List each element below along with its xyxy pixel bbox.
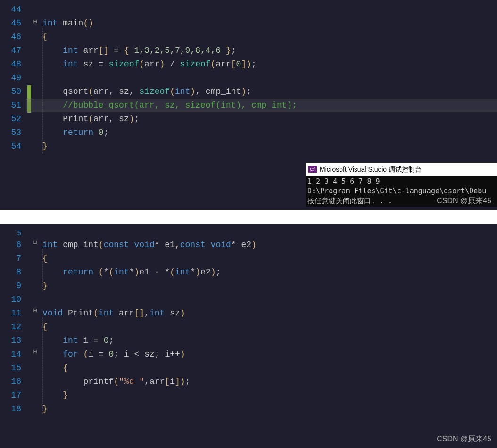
line-number: 11 — [0, 307, 21, 320]
code-line: return (*(int*)e1 - *(int*)e2); — [42, 265, 497, 279]
line-number: 8 — [0, 265, 21, 279]
code-line: qsort(arr, sz, sizeof(int), cmp_int); — [42, 85, 497, 99]
code-line: int i = 0; — [42, 334, 497, 348]
code-line: for (i = 0; i < sz; i++) — [42, 348, 497, 361]
line-number: 49 — [0, 71, 21, 85]
line-number: 18 — [0, 402, 21, 416]
code-line: void Print(int arr[],int sz) — [42, 307, 497, 320]
line-number: 44 — [0, 3, 21, 17]
fold-minus-icon[interactable]: ⊟ — [32, 17, 38, 27]
line-number: 5 — [0, 227, 21, 238]
line-number: 7 — [0, 252, 21, 265]
vs-console-icon: C:\ — [308, 166, 317, 173]
code-line: //bubble_qsort(arr, sz, sizeof(int), cmp… — [42, 99, 497, 112]
line-number: 16 — [0, 375, 21, 389]
code-area-2[interactable]: ⊟ ⊟ ⊟ int cmp_int(const void* e1,const v… — [26, 224, 497, 448]
console-titlebar[interactable]: C:\ Microsoft Visual Studio 调试控制台 — [306, 163, 497, 176]
code-line: printf("%d ",arr[i]); — [42, 375, 497, 389]
code-line: } — [42, 140, 497, 153]
console-line: 1 2 3 4 5 6 7 8 9 — [307, 177, 495, 186]
line-number: 9 — [0, 279, 21, 293]
code-line: { — [42, 320, 497, 334]
code-line: { — [42, 361, 497, 375]
gutter-1: 44 45 46 47 48 49 50 51 52 53 54 — [0, 0, 26, 210]
code-editor-block-2: 5 6 7 8 9 10 11 12 13 14 15 16 17 18 ⊟ ⊟… — [0, 224, 497, 448]
gutter-2: 5 6 7 8 9 10 11 12 13 14 15 16 17 18 — [0, 224, 26, 448]
line-number: 14 — [0, 348, 21, 361]
line-number: 51 — [0, 99, 21, 112]
code-line: } — [42, 279, 497, 293]
code-line: { — [42, 252, 497, 265]
line-number: 12 — [0, 320, 21, 334]
code-line — [42, 71, 497, 85]
line-number: 47 — [0, 44, 21, 58]
code-line — [42, 3, 497, 17]
line-number: 15 — [0, 361, 21, 375]
code-line: int arr[] = { 1,3,2,5,7,9,8,4,6 }; — [42, 44, 497, 58]
watermark-text: CSDN @原来45 — [437, 433, 491, 445]
code-line: int cmp_int(const void* e1,const void* e… — [42, 238, 497, 252]
code-line — [42, 227, 497, 238]
line-number: 46 — [0, 30, 21, 44]
fold-minus-icon[interactable]: ⊟ — [32, 347, 38, 357]
code-line: { — [42, 30, 497, 44]
code-line: int main() — [42, 17, 497, 30]
code-line: } — [42, 402, 497, 416]
console-title: Microsoft Visual Studio 调试控制台 — [320, 164, 422, 174]
line-number: 53 — [0, 126, 21, 140]
fold-minus-icon[interactable]: ⊟ — [32, 306, 38, 316]
code-editor-block-1: 44 45 46 47 48 49 50 51 52 53 54 ⊟ int m… — [0, 0, 497, 210]
line-number: 52 — [0, 112, 21, 126]
code-line: } — [42, 389, 497, 402]
line-number: 10 — [0, 293, 21, 307]
line-number: 45 — [0, 17, 21, 30]
line-number: 6 — [0, 238, 21, 252]
code-line: Print(arr, sz); — [42, 112, 497, 126]
watermark-text: CSDN @原来45 — [437, 195, 491, 207]
fold-minus-icon[interactable]: ⊟ — [32, 237, 38, 248]
code-line: int sz = sizeof(arr) / sizeof(arr[0]); — [42, 58, 497, 71]
line-number: 13 — [0, 334, 21, 348]
code-area-1[interactable]: ⊟ int main() { int arr[] = { 1,3,2,5,7,9… — [26, 0, 497, 210]
line-number: 54 — [0, 140, 21, 153]
line-number: 17 — [0, 389, 21, 402]
line-number: 48 — [0, 58, 21, 71]
line-number: 50 — [0, 85, 21, 99]
code-line: return 0; — [42, 126, 497, 140]
code-line — [42, 293, 497, 307]
